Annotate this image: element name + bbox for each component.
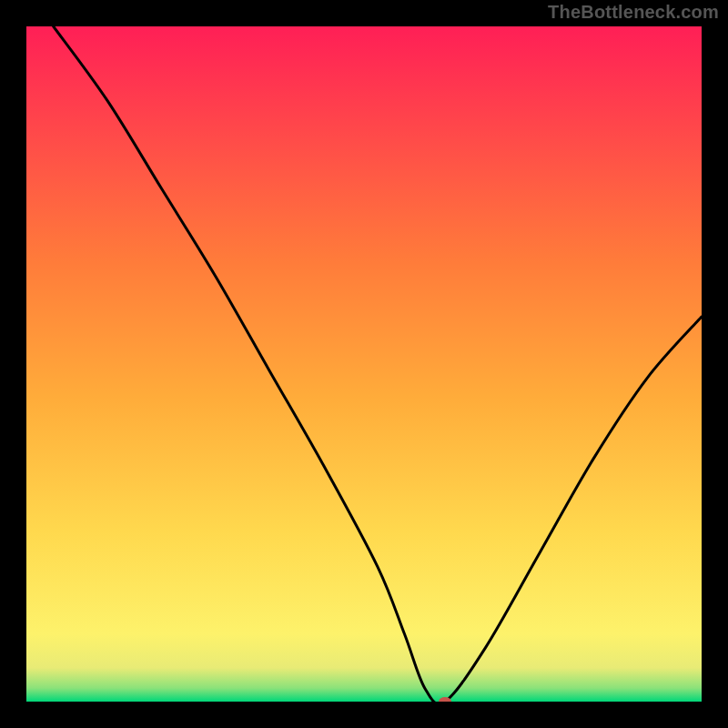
watermark-text: TheBottleneck.com [548, 2, 719, 23]
heat-gradient [26, 26, 702, 702]
plot-area [26, 26, 702, 702]
chart-svg [26, 26, 702, 702]
chart-frame: TheBottleneck.com [0, 0, 728, 728]
